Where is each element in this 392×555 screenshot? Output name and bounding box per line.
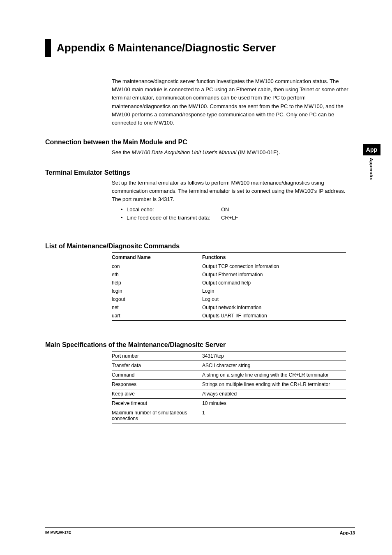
text: See the (112, 149, 131, 155)
footer-doc-id: IM MW100-17E (45, 530, 71, 535)
cell: Output Ethernet information (202, 271, 346, 279)
section-heading: Main Specifications of the Maintenance/D… (45, 341, 355, 349)
title-bar (45, 39, 51, 57)
cell: Strings on multiple lines ending with th… (202, 379, 346, 389)
bullet-label: Local echo: (127, 206, 221, 214)
bullet-label: Line feed code of the transmit data: (127, 214, 221, 222)
table-row: uartOutputs UART I/F information (112, 312, 346, 321)
intro-paragraph: The maintenance/diagnostic server functi… (112, 77, 355, 127)
cell: Receive timeout (112, 398, 202, 408)
footer: IM MW100-17E App-13 (45, 527, 355, 535)
bullet-list: • Local echo: ON • Line feed code of the… (121, 206, 355, 222)
cell: 10 minutes (202, 398, 346, 408)
cell: logout (112, 295, 202, 303)
cell: net (112, 303, 202, 312)
text: (IM MW100-01E). (236, 149, 280, 155)
cell: eth (112, 271, 202, 279)
table-row: Transfer dataASCII character string (112, 361, 346, 370)
cell: login (112, 287, 202, 295)
section-heading: Connection between the Main Module and P… (45, 139, 355, 146)
page-title: Appendix 6 Maintenance/Diagnostic Server (57, 39, 276, 57)
title-block: Appendix 6 Maintenance/Diagnostic Server (45, 39, 355, 57)
bullet-value: CR+LF (221, 214, 238, 222)
cell: help (112, 279, 202, 287)
section-terminal: Terminal Emulator Settings Set up the te… (45, 169, 355, 222)
table-row: Receive timeout10 minutes (112, 398, 346, 408)
cell: 34317/tcp (202, 351, 346, 361)
cell: ASCII character string (202, 361, 346, 370)
table-row: ethOutput Ethernet information (112, 271, 346, 279)
table-row: logoutLog out (112, 295, 346, 303)
section-heading: List of Maintenance/Diagnositc Commands (45, 243, 355, 250)
cell: Command (112, 370, 202, 379)
cell: Output command help (202, 279, 346, 287)
cell: Log out (202, 295, 346, 303)
list-item: • Line feed code of the transmit data: C… (121, 214, 355, 222)
list-item: • Local echo: ON (121, 206, 355, 214)
bullet-value: ON (221, 206, 229, 214)
bullet-icon: • (121, 206, 127, 214)
footer-page-number: App-13 (340, 530, 355, 535)
table-row: netOutput network information (112, 303, 346, 312)
cell: 1 (202, 408, 346, 423)
commands-table: Command Name Functions conOutput TCP con… (112, 252, 346, 321)
table-row: helpOutput command help (112, 279, 346, 287)
cell: Always enabled (202, 389, 346, 398)
cell: Port number (112, 351, 202, 361)
cell: uart (112, 312, 202, 321)
table-row: ResponsesStrings on multiple lines endin… (112, 379, 346, 389)
manual-title: MW100 Data Acquisition Unit User's Manua… (131, 149, 236, 155)
table-header-row: Command Name Functions (112, 252, 346, 262)
cell: A string on a single line ending with th… (202, 370, 346, 379)
table-row: conOutput TCP connection information (112, 262, 346, 271)
cell: Output TCP connection information (202, 262, 346, 271)
col-header: Command Name (112, 252, 202, 262)
table-row: CommandA string on a single line ending … (112, 370, 346, 379)
side-tab: App Appendix (363, 144, 380, 180)
table-row: Keep aliveAlways enabled (112, 389, 346, 398)
page: Appendix 6 Maintenance/Diagnostic Server… (0, 0, 392, 555)
side-tab-label: App (363, 144, 380, 155)
section-body: Set up the terminal emulator as follows … (112, 179, 355, 204)
cell: Keep alive (112, 389, 202, 398)
cell: Maximum number of simultaneous connectio… (112, 408, 202, 423)
section-connection: Connection between the Main Module and P… (45, 139, 355, 157)
section-specs: Main Specifications of the Maintenance/D… (45, 341, 355, 423)
cell: Outputs UART I/F information (202, 312, 346, 321)
section-body: See the MW100 Data Acquisition Unit User… (112, 148, 355, 157)
table-row: Port number34317/tcp (112, 351, 346, 361)
cell: Transfer data (112, 361, 202, 370)
side-tab-vertical: Appendix (369, 158, 374, 180)
table-row: Maximum number of simultaneous connectio… (112, 408, 346, 423)
cell: Login (202, 287, 346, 295)
cell: Responses (112, 379, 202, 389)
cell: con (112, 262, 202, 271)
section-heading: Terminal Emulator Settings (45, 169, 355, 176)
col-header: Functions (202, 252, 346, 262)
table-row: loginLogin (112, 287, 346, 295)
section-commands: List of Maintenance/Diagnositc Commands … (45, 243, 355, 321)
bullet-icon: • (121, 214, 127, 222)
specs-table: Port number34317/tcp Transfer dataASCII … (112, 351, 346, 423)
cell: Output network information (202, 303, 346, 312)
